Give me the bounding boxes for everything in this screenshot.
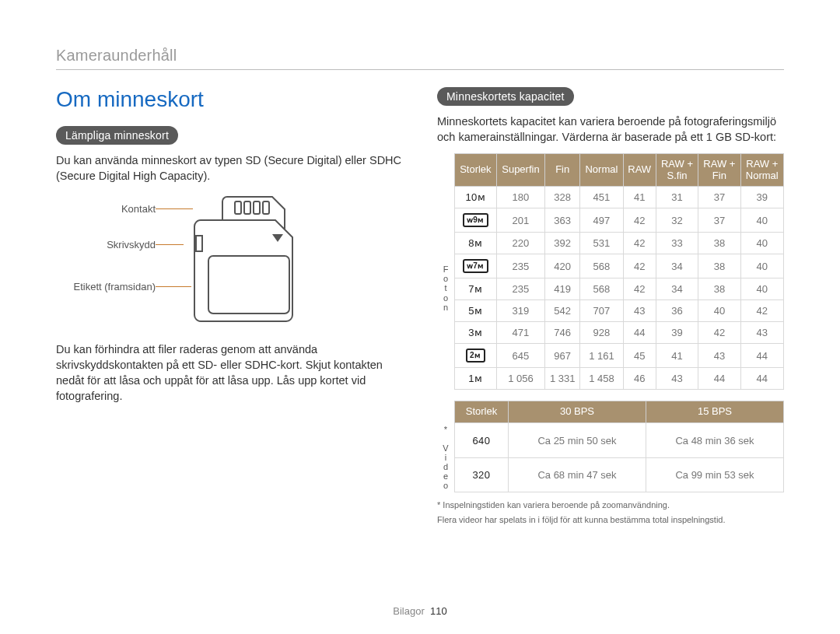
- capacity-cell: 36: [656, 300, 698, 322]
- capacity-cell: 40: [740, 233, 783, 254]
- capacity-cell: 497: [580, 208, 623, 233]
- table-row: 2ᴍ6459671 16145414344: [437, 344, 784, 368]
- capacity-cell: 1 458: [580, 368, 623, 390]
- photo-vertical-label: Foton: [437, 187, 455, 390]
- label-contact: Kontakt: [121, 203, 156, 215]
- capacity-cell: 37: [698, 187, 740, 208]
- capacity-cell: 419: [545, 278, 580, 300]
- footer-section: Bilagor: [393, 605, 424, 617]
- capacity-cell: 38: [698, 278, 740, 300]
- capacity-cell: 967: [545, 344, 580, 368]
- photo-capacity-table: StorlekSuperfinFinNormalRAWRAW +S.finRAW…: [437, 153, 784, 391]
- capacity-cell: 44: [740, 368, 783, 390]
- svg-rect-4: [196, 236, 202, 251]
- capacity-cell: 328: [545, 187, 580, 208]
- size-cell: 640: [455, 423, 509, 457]
- capacity-cell: 38: [698, 254, 740, 278]
- section-pill-compatible-cards: Lämpliga minneskort: [56, 126, 178, 145]
- capacity-cell: 43: [656, 368, 698, 390]
- capacity-cell: 41: [623, 187, 656, 208]
- capacity-cell: 31: [656, 187, 698, 208]
- table-row: Foton10ᴍ18032845141313739: [437, 187, 784, 208]
- photo-table-header: RAW +Normal: [740, 153, 783, 187]
- capacity-cell: 1 161: [580, 344, 623, 368]
- capacity-cell: 40: [740, 278, 783, 300]
- table-row: 1ᴍ1 0561 3311 45846434444: [437, 368, 784, 390]
- footnote-zoom: * Inspelningstiden kan variera beroende …: [437, 499, 784, 512]
- capacity-cell: 568: [580, 254, 623, 278]
- table-row: 7ᴍ23541956842343840: [437, 278, 784, 300]
- size-cell: 5ᴍ: [455, 300, 497, 322]
- capacity-cell: 41: [656, 344, 698, 368]
- capacity-cell: 319: [496, 300, 544, 322]
- video-vertical-label: * Video: [437, 423, 455, 492]
- capacity-cell: 220: [496, 233, 544, 254]
- left-column: Om minneskort Lämpliga minneskort Du kan…: [56, 87, 403, 526]
- photo-table-header: RAW +Fin: [698, 153, 740, 187]
- label-front-etikett: Etikett (framsidan): [74, 281, 156, 292]
- photo-table-header: RAW: [623, 153, 656, 187]
- capacity-cell: 420: [545, 254, 580, 278]
- capacity-intro: Minneskortets kapacitet kan variera bero…: [437, 114, 784, 145]
- capacity-cell: 43: [698, 344, 740, 368]
- capacity-cell: 39: [740, 187, 783, 208]
- label-write-protect: Skrivskydd: [107, 239, 156, 250]
- capacity-cell: 34: [656, 278, 698, 300]
- page-title: Om minneskort: [56, 87, 403, 112]
- size-cell: 1ᴍ: [455, 368, 497, 390]
- size-cell: 2ᴍ: [455, 344, 497, 368]
- table-row: ᴡ7ᴍ23542056842343840: [437, 254, 784, 278]
- table-row: ᴡ9ᴍ20136349742323740: [437, 208, 784, 233]
- capacity-cell: 42: [623, 254, 656, 278]
- size-cell: 320: [455, 457, 509, 492]
- capacity-cell: 43: [740, 322, 783, 344]
- capacity-cell: 531: [580, 233, 623, 254]
- capacity-cell: 568: [580, 278, 623, 300]
- table-row: 320Ca 68 min 47 sekCa 99 min 53 sek: [437, 457, 784, 492]
- capacity-cell: 37: [698, 208, 740, 233]
- footer-page-number: 110: [430, 605, 447, 617]
- capacity-cell: 42: [623, 278, 656, 300]
- size-cell: 10ᴍ: [455, 187, 497, 208]
- photo-table-header: RAW +S.fin: [656, 153, 698, 187]
- capacity-cell: 201: [496, 208, 544, 233]
- capacity-cell: 40: [698, 300, 740, 322]
- capacity-cell: 43: [623, 300, 656, 322]
- capacity-cell: 32: [656, 208, 698, 233]
- photo-table-header: Superfin: [496, 153, 544, 187]
- capacity-cell: 235: [496, 278, 544, 300]
- capacity-cell: 42: [623, 208, 656, 233]
- table-row: 3ᴍ47174692844394243: [437, 322, 784, 344]
- photo-table-header: Fin: [545, 153, 580, 187]
- compatible-cards-paragraph: Du kan använda minneskort av typen SD (S…: [56, 152, 403, 184]
- running-head: Kameraunderhåll: [56, 47, 784, 70]
- capacity-cell: 34: [656, 254, 698, 278]
- duration-cell: Ca 25 min 50 sek: [509, 423, 646, 457]
- capacity-cell: 542: [545, 300, 580, 322]
- table-row: 8ᴍ22039253142333840: [437, 233, 784, 254]
- photo-table-header: Normal: [580, 153, 623, 187]
- photo-table-header: Storlek: [455, 153, 497, 187]
- capacity-cell: 45: [623, 344, 656, 368]
- capacity-cell: 46: [623, 368, 656, 390]
- capacity-cell: 33: [656, 233, 698, 254]
- size-cell: 7ᴍ: [455, 278, 497, 300]
- capacity-cell: 451: [580, 187, 623, 208]
- capacity-cell: 471: [496, 322, 544, 344]
- capacity-cell: 42: [740, 300, 783, 322]
- capacity-cell: 44: [740, 344, 783, 368]
- page-footer: Bilagor 110: [0, 605, 840, 617]
- table-row: * Video640Ca 25 min 50 sekCa 48 min 36 s…: [437, 423, 784, 457]
- video-capacity-table: Storlek30 BPS15 BPS * Video640Ca 25 min …: [437, 401, 784, 492]
- duration-cell: Ca 99 min 53 sek: [646, 457, 784, 492]
- capacity-cell: 44: [623, 322, 656, 344]
- capacity-cell: 40: [740, 254, 783, 278]
- section-pill-card-capacity: Minneskortets kapacitet: [437, 87, 574, 106]
- size-cell: 3ᴍ: [455, 322, 497, 344]
- write-protect-paragraph: Du kan förhindra att filer raderas genom…: [56, 342, 403, 405]
- table-row: 5ᴍ31954270743364042: [437, 300, 784, 322]
- capacity-cell: 1 056: [496, 368, 544, 390]
- capacity-cell: 363: [545, 208, 580, 233]
- capacity-cell: 928: [580, 322, 623, 344]
- capacity-cell: 38: [698, 233, 740, 254]
